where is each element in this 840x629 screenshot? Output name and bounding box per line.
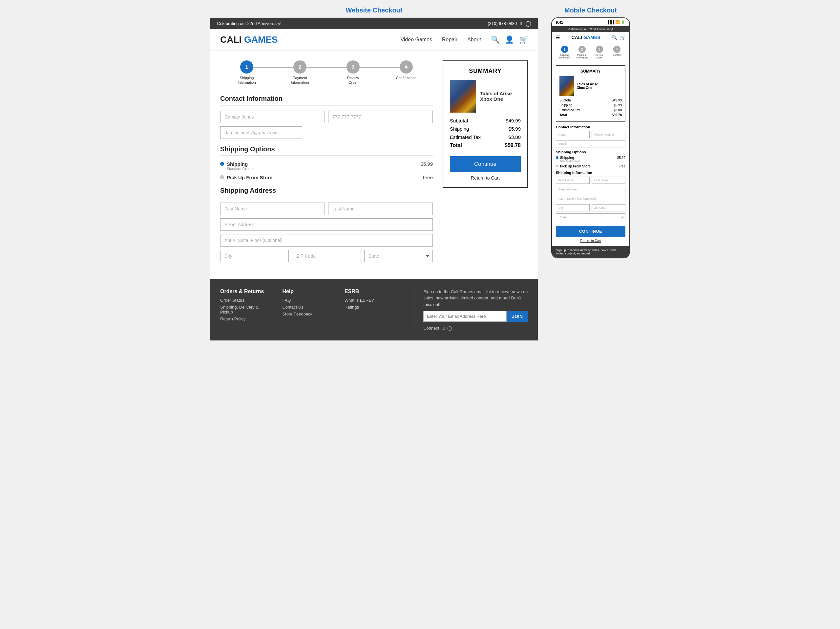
mobile-logo: CALI GAMES [572, 35, 600, 40]
mobile-body: SUMMARY Tales of Arise Xbox One Subtotal… [552, 62, 629, 246]
contact-phone-input[interactable] [328, 111, 433, 123]
shipping-last-name-input[interactable] [328, 202, 433, 215]
mobile-shipping-value: $5.99 [614, 103, 622, 107]
mobile-step-2-label: PaymentInformation [576, 54, 588, 59]
site-footer: Orders & Returns Order Status Shipping, … [210, 279, 538, 341]
shipping-zip-input[interactable] [292, 250, 361, 262]
contact-name-input[interactable] [220, 111, 325, 123]
step-2-payment: 2 PaymentInformation [273, 60, 327, 85]
shipping-radio-selected[interactable] [220, 162, 224, 166]
mobile-shipping-label-standard: Shipping [560, 156, 574, 160]
shipping-street-input[interactable] [220, 218, 433, 231]
step-3-review: 3 ReviewOrder [327, 60, 380, 85]
mobile-time: 9:41 [556, 21, 563, 24]
pickup-radio-unselected[interactable] [220, 175, 224, 179]
mobile-tax-label: Estimated Tax [559, 108, 580, 112]
return-to-cart-link[interactable]: Return to Cart [450, 175, 521, 180]
footer-faq[interactable]: FAQ [282, 298, 334, 303]
account-icon[interactable]: 👤 [505, 35, 514, 44]
footer-divider [410, 289, 410, 331]
newsletter-join-button[interactable]: JOIN [507, 311, 528, 322]
mobile-search-icon[interactable]: 🔍 [612, 35, 617, 40]
nav-icons: 🔍 👤 🛒 [491, 35, 528, 44]
shipping-option-pickup: Pick Up From Store Free [220, 175, 433, 180]
mobile-zip-input[interactable] [592, 204, 625, 212]
mobile-apt-input[interactable] [556, 195, 625, 202]
nav-video-games[interactable]: Video Games [400, 37, 432, 43]
mobile-phone-input[interactable] [592, 131, 625, 138]
footer-what-is-esrb[interactable]: What is ESRB? [344, 298, 397, 303]
total-label: Total [450, 142, 462, 149]
footer-instagram-icon[interactable]: ◯ [447, 326, 452, 330]
nav-about[interactable]: About [467, 37, 481, 43]
mobile-shipping-label: Shipping [559, 103, 572, 107]
tax-line: Estimated Tax $3.80 [450, 134, 521, 140]
total-line: Total $59.78 [450, 142, 521, 149]
mobile-return-link[interactable]: Return to Cart [556, 239, 625, 243]
search-icon[interactable]: 🔍 [491, 35, 500, 44]
footer-contact-us[interactable]: Contact Us [282, 305, 334, 310]
footer-ratings[interactable]: Ratings [344, 305, 397, 310]
newsletter-email-input[interactable] [423, 311, 507, 322]
mobile-shipping-sub-standard: Standard Ground [560, 160, 580, 163]
footer-return-policy[interactable]: Return Policy [220, 316, 272, 321]
mobile-step-1-label: ShippingInformation [559, 54, 570, 59]
mobile-checkout-panel: 9:41 ▐▐▐ 📶 🔋 Celebrating our 22nd Annive… [551, 17, 630, 258]
step-3-label: ReviewOrder [347, 76, 359, 85]
tax-value: $3.80 [508, 134, 521, 140]
shipping-first-name-input[interactable] [220, 202, 325, 215]
footer-connect: Connect □ ◯ [423, 326, 528, 330]
mobile-cart-icon[interactable]: 🛒 [620, 35, 625, 40]
summary-title: SUMMARY [450, 68, 521, 74]
product-platform: Xbox One [480, 96, 512, 102]
footer-facebook-icon[interactable]: □ [442, 326, 445, 330]
shipping-label-pickup: Pick Up From Store [227, 175, 272, 180]
mobile-pickup-radio[interactable] [556, 165, 559, 168]
mobile-shipping-pickup: Pick Up From Store Free [556, 164, 625, 168]
mobile-nav-icons: 🔍 🛒 [612, 35, 625, 40]
mobile-city-input[interactable] [556, 204, 590, 212]
mobile-state-select[interactable]: State CANY [556, 213, 625, 221]
mobile-continue-button[interactable]: CONTINUE [556, 226, 625, 237]
mobile-email-input[interactable] [556, 140, 625, 147]
mobile-menu-icon[interactable]: ☰ [556, 35, 560, 40]
continue-button[interactable]: Continue [450, 156, 521, 172]
mobile-summary-product: Tales of Arise Xbox One [559, 76, 622, 96]
shipping-city-input[interactable] [220, 250, 289, 262]
announcement-text: Celebrating our 22nd Anniversary! [217, 21, 281, 26]
announcement-phone: (310) 978-0880 [488, 21, 517, 26]
mobile-tax-line: Estimated Tax $3.80 [559, 108, 622, 112]
shipping-state-select[interactable]: State CANYTX [364, 250, 433, 262]
facebook-icon:  [520, 21, 522, 27]
mobile-street-input[interactable] [556, 186, 625, 193]
footer-help-title: Help [282, 289, 334, 294]
mobile-step-3-label: ReviewOrder [595, 54, 603, 59]
footer-store-feedback[interactable]: Store Feedback [282, 311, 334, 316]
mobile-shipping-options-title: Shipping Options [556, 150, 625, 154]
footer-order-status[interactable]: Order Status [220, 298, 272, 303]
cart-icon[interactable]: 🛒 [519, 35, 528, 44]
mobile-shipping-price-standard: $5.99 [617, 156, 625, 160]
footer-shipping-delivery[interactable]: Shipping, Delivery & Pickup [220, 305, 272, 314]
site-nav: CALI GAMES Video Games Repair About 🔍 👤 … [210, 29, 538, 51]
mobile-step-1: 1 ShippingInformation [556, 46, 573, 59]
contact-email-input[interactable] [220, 126, 302, 139]
summary-product: Tales of Arise Xbox One [450, 80, 521, 112]
mobile-logo-black: CALI [572, 35, 583, 40]
checkout-stepper: 1 ShippingInformation 2 PaymentInformati… [220, 60, 433, 85]
mobile-step-2: 2 PaymentInformation [573, 46, 591, 59]
mobile-first-name-input[interactable] [556, 177, 590, 184]
mobile-shipping-radio-selected[interactable] [556, 156, 559, 159]
step-4-circle: 4 [399, 60, 413, 74]
order-summary-box: SUMMARY Tales of Arise Xbox One Subtotal… [443, 60, 528, 188]
shipping-label-standard: Shipping [227, 161, 248, 167]
mobile-tax-value: $3.80 [614, 108, 622, 112]
mobile-signal-icons: ▐▐▐ 📶 🔋 [607, 20, 626, 24]
shipping-apt-input[interactable] [220, 234, 433, 247]
nav-repair[interactable]: Repair [442, 37, 458, 43]
footer-newsletter: Sign up to the Cali Games email list to … [423, 289, 528, 331]
mobile-name-input[interactable] [556, 131, 590, 138]
mobile-last-name-input[interactable] [592, 177, 625, 184]
shipping-option-standard: Shipping Standard Ground $5.99 [220, 161, 433, 171]
shipping-line: Shipping $5.99 [450, 126, 521, 132]
